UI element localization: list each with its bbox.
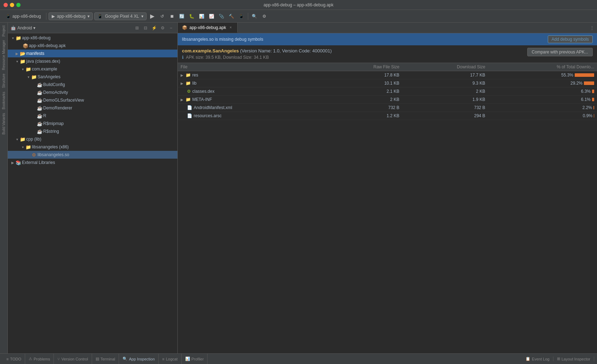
app-module-selector[interactable]: ▶ app-x86-debug ▾ (49, 12, 93, 20)
tree-item-com-example[interactable]: ▾ 📁 com.example (8, 65, 177, 73)
search-button[interactable]: 🔍 (250, 12, 259, 21)
add-debug-symbols-button[interactable]: Add debug symbols (548, 35, 593, 43)
device-mgr-button[interactable]: 📱 (237, 12, 246, 21)
tree-item-demoactivity[interactable]: ☕ DemoActivity (8, 89, 177, 96)
filter-button[interactable]: ⚡ (150, 24, 158, 32)
layout-inspector-tab[interactable]: ⊞ Layout Inspector (553, 357, 594, 361)
coverage-button[interactable]: 📊 (198, 12, 206, 21)
apk-tab[interactable]: 📦 app-x86-debug.apk × (178, 23, 238, 33)
percent-cell: 6.3% (488, 87, 597, 96)
tab-close-button[interactable]: × (228, 25, 233, 30)
tree-item-label: app-x86-debug (22, 35, 51, 40)
table-row[interactable]: ⚙ classes.dex 2.1 KB 2 KB 6.3% (178, 87, 597, 96)
info-icon: ℹ (182, 55, 184, 60)
apk-tab-icon: 📦 (182, 25, 187, 30)
package-icon: 📁 (25, 66, 31, 72)
folder-icon: 📁 (20, 136, 25, 142)
download-size-cell: 9.3 KB (402, 79, 488, 87)
refresh-button[interactable]: ↺ (158, 12, 166, 21)
todo-tab[interactable]: ≡ TODO (3, 354, 25, 364)
table-header-row: File Raw File Size Download Size % of To… (178, 63, 597, 71)
content-panel: 📦 app-x86-debug.apk × ⋮ libsanangeles.so… (178, 23, 597, 353)
expand-all-button[interactable]: ⊞ (133, 24, 141, 32)
event-log-tab[interactable]: 📋 Event Log (522, 357, 553, 361)
device-selector[interactable]: 📱 Google Pixel 4 XL ▾ (94, 12, 146, 20)
tree-item-manifests[interactable]: ▶ 📂 manifests (8, 50, 177, 57)
collapse-all-button[interactable]: ⊟ (142, 24, 149, 32)
attach-button[interactable]: 📎 (217, 12, 226, 21)
project-icon[interactable]: Project (1, 24, 6, 38)
app-inspection-tab[interactable]: 🔍 App Inspection (119, 354, 159, 364)
profile-button[interactable]: 📈 (207, 12, 216, 21)
project-selector[interactable]: 📱 app-x86-debug (3, 11, 44, 21)
problems-label: Problems (34, 357, 50, 361)
tree-item-label: libsanangeles (x86) (32, 144, 69, 149)
terminal-tab[interactable]: ▤ Terminal (92, 354, 119, 364)
close-button[interactable] (4, 3, 8, 7)
tree-item-demorenderer[interactable]: ☕ DemoRenderer (8, 104, 177, 112)
tree-item-cpp[interactable]: ▾ 📁 cpp (lib) (8, 135, 177, 143)
profiler-label: Profiler (192, 357, 204, 361)
minimize-panel-button[interactable]: − (167, 24, 175, 32)
resource-manager-icon[interactable]: Resource Manager (1, 39, 6, 72)
panel-dropdown-icon[interactable]: ▾ (33, 25, 35, 30)
tree-item-java[interactable]: ▾ 📁 java (classes.dex) (8, 57, 177, 65)
percent-cell: 29.2% (488, 79, 597, 87)
run-button[interactable]: ▶ (148, 12, 157, 21)
profiler-tab[interactable]: 📊 Profiler (182, 354, 208, 364)
build-variants-icon[interactable]: Build Variants (1, 112, 6, 136)
vcs-icon: ⑂ (57, 357, 60, 361)
minimize-button[interactable] (10, 3, 14, 7)
table-row[interactable]: ▶ 📁 res 17.8 KB 17.7 KB 55.3% (178, 71, 597, 79)
table-row[interactable]: 📄 resources.arsc 1.2 KB 294 B 0.9% (178, 112, 597, 120)
titlebar: app-x86-debug – app-x86-debug.apk (0, 0, 597, 10)
stop-button[interactable]: ⏹ (168, 12, 176, 21)
panel-title: Android (17, 25, 32, 30)
tree-item-label: libsanangeles.so (38, 152, 69, 157)
tree-item-demoglsurfaceview[interactable]: ☕ DemoGLSurfaceView (8, 96, 177, 104)
debug-button[interactable]: 🐛 (188, 12, 196, 21)
sync-button[interactable]: 🔄 (178, 12, 186, 21)
table-row[interactable]: ▶ 📁 META-INF 2 KB 1.9 KB 6.1% (178, 96, 597, 104)
panel-settings-button[interactable]: ⚙ (159, 24, 166, 32)
structure-icon[interactable]: Structure (1, 72, 6, 90)
tree-item-label: com.example (32, 67, 57, 72)
tree-item-sanangeles[interactable]: ▾ 📁 SanAngeles (8, 73, 177, 81)
tree-item-label: app-x86-debug.apk (29, 43, 66, 48)
maximize-button[interactable] (16, 3, 21, 7)
tree-item-buildconfig[interactable]: ☕ BuildConfig (8, 81, 177, 89)
chevron-icon: ▶ (15, 52, 19, 56)
bookmarks-icon[interactable]: Bookmarks (1, 90, 6, 111)
raw-size-cell: 732 B (322, 104, 402, 112)
tab-bar: 📦 app-x86-debug.apk × ⋮ (178, 23, 597, 33)
tree-item-rstring[interactable]: ☕ R$string (8, 127, 177, 135)
dropdown-icon: ▾ (87, 14, 90, 19)
todo-label: TODO (10, 357, 21, 361)
class-icon: ☕ (37, 121, 42, 126)
tree-item-rmipmap[interactable]: ☕ R$mipmap (8, 120, 177, 127)
build-button[interactable]: 🔨 (227, 12, 236, 21)
device-name: Google Pixel 4 XL (105, 14, 139, 19)
download-size-cell: 732 B (402, 104, 488, 112)
tree-item-apk[interactable]: 📦 app-x86-debug.apk (8, 42, 177, 50)
layout-inspector-icon: ⊞ (557, 357, 560, 361)
left-sidebar-icons: Project Resource Manager Structure Bookm… (0, 23, 8, 353)
tree-item-root[interactable]: ▾ 📁 app-x86-debug (8, 34, 177, 42)
project-panel-toolbar: 🤖 Android ▾ ⊞ ⊟ ⚡ ⚙ − (8, 23, 177, 33)
logcat-tab[interactable]: ≡ Logcat (159, 354, 181, 364)
tree-item-libsanangeles-x86[interactable]: ▾ 📁 libsanangeles (x86) (8, 143, 177, 151)
settings-button[interactable]: ⚙ (260, 12, 269, 21)
logcat-label: Logcat (166, 357, 177, 361)
tree-item-libsanangeles-so[interactable]: ⚙ libsanangeles.so (8, 151, 177, 159)
tree-item-external-libs[interactable]: ▶ 📚 External Libraries (8, 159, 177, 166)
tree-item-r[interactable]: ☕ R (8, 112, 177, 120)
table-row[interactable]: 📄 AndroidManifest.xml 732 B 732 B 2.2% (178, 104, 597, 112)
terminal-icon: ▤ (96, 357, 99, 361)
tab-more-button[interactable]: ⋮ (587, 23, 597, 33)
compare-apk-button[interactable]: Compare with previous APK... (527, 48, 593, 56)
tree-item-label: DemoGLSurfaceView (43, 98, 84, 103)
table-row[interactable]: ▶ 📁 lib 10.1 KB 9.3 KB 29.2% (178, 79, 597, 87)
col-file: File (178, 63, 322, 71)
version-control-tab[interactable]: ⑂ Version Control (54, 354, 92, 364)
problems-tab[interactable]: ⚠ Problems (25, 354, 54, 364)
